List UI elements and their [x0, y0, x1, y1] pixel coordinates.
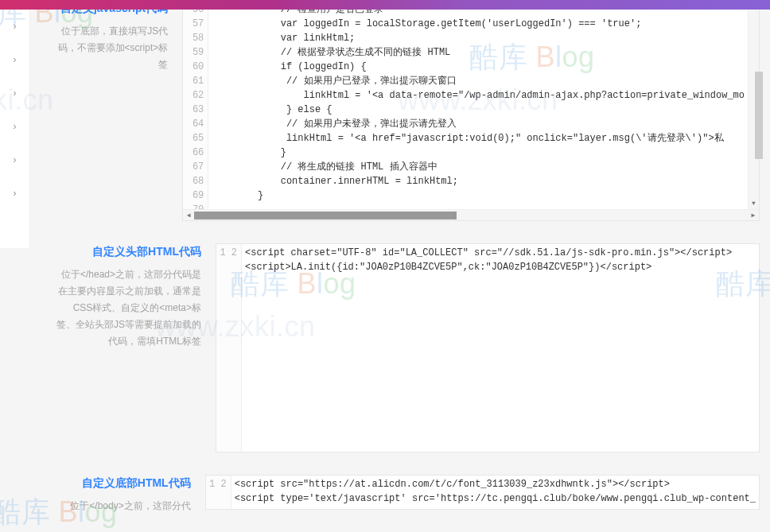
section-custom-head: 自定义头部HTML代码 位于</head>之前，这部分代码是在主要内容显示之前加… [30, 243, 770, 452]
section-custom-foot: 自定义底部HTML代码 位于</body>之前，这部分代 1 2 <script… [30, 475, 770, 515]
chevron-right-icon[interactable]: › [0, 43, 29, 76]
vertical-scrollbar[interactable]: ▲ ▼ [748, 1, 759, 209]
code-editor-foot[interactable]: 1 2 <script src="https://at.alicdn.com/t… [205, 475, 760, 510]
gradient-topbar [0, 0, 770, 10]
line-gutter: 1 2 [206, 476, 231, 509]
scroll-down-icon[interactable]: ▼ [752, 198, 756, 209]
left-sidebar: › › › › › › [0, 10, 30, 248]
line-gutter: 1 2 [216, 244, 242, 452]
scroll-thumb[interactable] [755, 72, 763, 159]
chevron-right-icon[interactable]: › [0, 110, 29, 143]
chevron-right-icon[interactable]: › [0, 76, 29, 110]
section-desc: 位于底部，直接填写JS代码，不需要添加<script>标签 [54, 23, 168, 73]
section-label: 自定义底部HTML代码 位于</body>之前，这部分代 [30, 475, 199, 515]
code-editor-head[interactable]: 1 2 <script charset="UTF-8" id="LA_COLLE… [216, 243, 760, 452]
chevron-right-icon[interactable]: › [0, 143, 29, 177]
section-desc: 位于</head>之前，这部分代码是在主要内容显示之前加载，通常是CSS样式、自… [54, 266, 201, 350]
section-label: 自定义头部HTML代码 位于</head>之前，这部分代码是在主要内容显示之前加… [30, 243, 209, 452]
scroll-thumb[interactable] [194, 212, 457, 219]
chevron-right-icon[interactable]: › [0, 177, 29, 210]
chevron-right-icon[interactable]: › [0, 10, 29, 43]
code-editor-js[interactable]: 56 57 58 59 60 61 62 63 64 65 66 67 68 6… [182, 0, 760, 221]
section-custom-js: 自定义javascript代码 位于底部，直接填写JS代码，不需要添加<scri… [30, 0, 770, 221]
line-gutter: 56 57 58 59 60 61 62 63 64 65 66 67 68 6… [183, 1, 208, 209]
section-title: 自定义头部HTML代码 [54, 243, 201, 260]
code-area[interactable]: <script charset="UTF-8" id="LA_COLLECT" … [242, 244, 759, 452]
section-label: 自定义javascript代码 位于底部，直接填写JS代码，不需要添加<scri… [30, 0, 176, 221]
section-desc: 位于</body>之前，这部分代 [54, 498, 191, 515]
scroll-left-icon[interactable]: ◀ [183, 212, 194, 219]
code-area[interactable]: // 检查用户是否已登录 var loggedIn = localStorage… [208, 1, 748, 209]
scroll-right-icon[interactable]: ▶ [748, 212, 759, 219]
code-area[interactable]: <script src="https://at.alicdn.com/t/c/f… [231, 476, 759, 509]
section-title: 自定义底部HTML代码 [54, 475, 191, 491]
horizontal-scrollbar[interactable]: ◀ ▶ [183, 209, 759, 220]
